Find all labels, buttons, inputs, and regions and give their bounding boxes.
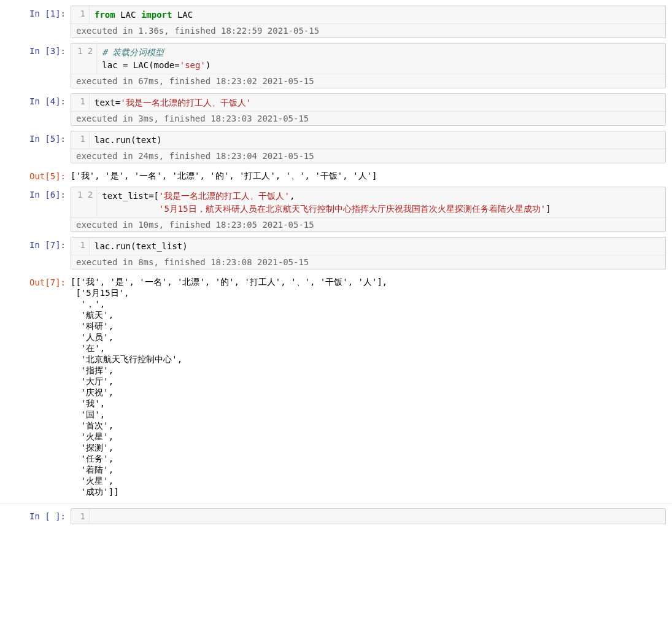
line-gutter: 1 xyxy=(71,6,90,23)
code-cell: In [5]: 1 lac.run(text) executed in 24ms… xyxy=(0,128,672,166)
line-gutter: 1 xyxy=(71,238,90,255)
code-cell: In [6]: 1 2 text_list=['我是一名北漂的打工人、干饭人',… xyxy=(0,184,672,235)
code-text[interactable]: # 装载分词模型 lac = LAC(mode='seg') xyxy=(97,44,215,74)
code-text[interactable]: text='我是一名北漂的打工人、干饭人' xyxy=(90,94,256,111)
code-text[interactable]: text_list=['我是一名北漂的打工人、干饭人', '5月15日，航天科研… xyxy=(97,187,555,217)
line-gutter: 1 2 xyxy=(71,44,97,74)
output-cell: Out[7]: [['我', '是', '一名', '北漂', '的', '打工… xyxy=(0,272,672,500)
input-prompt: In [6]: xyxy=(0,187,71,232)
input-prompt: In [4]: xyxy=(0,93,71,126)
input-prompt: In [7]: xyxy=(0,237,71,269)
output-text: ['我', '是', '一名', '北漂', '的', '打工人', '、', … xyxy=(71,168,666,182)
output-cell: Out[5]: ['我', '是', '一名', '北漂', '的', '打工人… xyxy=(0,166,672,184)
line-gutter: 1 xyxy=(71,131,90,149)
code-text[interactable]: from LAC import LAC xyxy=(90,6,198,23)
line-gutter: 1 2 xyxy=(71,187,97,217)
exec-timing: executed in 10ms, finished 18:23:05 2021… xyxy=(71,217,665,231)
code-block[interactable]: 1 2 text_list=['我是一名北漂的打工人、干饭人', '5月15日，… xyxy=(71,187,666,232)
exec-timing: executed in 3ms, finished 18:23:03 2021-… xyxy=(71,111,665,125)
exec-timing: executed in 8ms, finished 18:23:08 2021-… xyxy=(71,255,665,269)
code-block[interactable]: 1 xyxy=(71,508,666,524)
input-prompt: In [3]: xyxy=(0,43,71,88)
output-text: [['我', '是', '一名', '北漂', '的', '打工人', '、',… xyxy=(71,274,666,498)
code-cell: In [4]: 1 text='我是一名北漂的打工人、干饭人' executed… xyxy=(0,91,672,128)
code-cell: In [ ]: 1 xyxy=(0,506,672,527)
output-prompt: Out[5]: xyxy=(0,168,71,182)
code-text[interactable]: lac.run(text_list) xyxy=(90,238,193,255)
code-block[interactable]: 1 from LAC import LAC executed in 1.36s,… xyxy=(71,6,666,38)
exec-timing: executed in 24ms, finished 18:23:04 2021… xyxy=(71,149,665,163)
code-block[interactable]: 1 lac.run(text) executed in 24ms, finish… xyxy=(71,131,666,163)
line-gutter: 1 xyxy=(71,94,90,111)
notebook: In [1]: 1 from LAC import LAC executed i… xyxy=(0,0,672,530)
code-text[interactable]: lac.run(text) xyxy=(90,131,167,149)
code-cell: In [7]: 1 lac.run(text_list) executed in… xyxy=(0,235,672,272)
line-gutter: 1 xyxy=(71,509,90,524)
code-text[interactable] xyxy=(90,509,99,524)
code-block[interactable]: 1 2 # 装载分词模型 lac = LAC(mode='seg') execu… xyxy=(71,43,666,88)
code-cell: In [3]: 1 2 # 装载分词模型 lac = LAC(mode='seg… xyxy=(0,41,672,91)
output-prompt: Out[7]: xyxy=(0,274,71,498)
input-prompt: In [ ]: xyxy=(0,508,71,524)
exec-timing: executed in 67ms, finished 18:23:02 2021… xyxy=(71,74,665,88)
input-prompt: In [5]: xyxy=(0,131,71,163)
exec-timing: executed in 1.36s, finished 18:22:59 202… xyxy=(71,23,665,37)
code-block[interactable]: 1 lac.run(text_list) executed in 8ms, fi… xyxy=(71,237,666,269)
input-prompt: In [1]: xyxy=(0,6,71,38)
separator xyxy=(0,503,672,503)
code-cell: In [1]: 1 from LAC import LAC executed i… xyxy=(0,3,672,41)
code-block[interactable]: 1 text='我是一名北漂的打工人、干饭人' executed in 3ms,… xyxy=(71,93,666,126)
